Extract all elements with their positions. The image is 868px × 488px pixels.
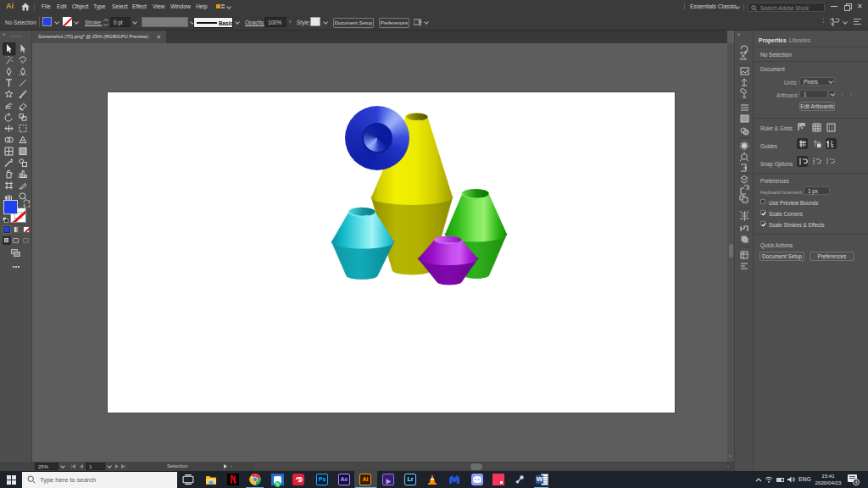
svg-text:$: $ bbox=[831, 143, 834, 148]
